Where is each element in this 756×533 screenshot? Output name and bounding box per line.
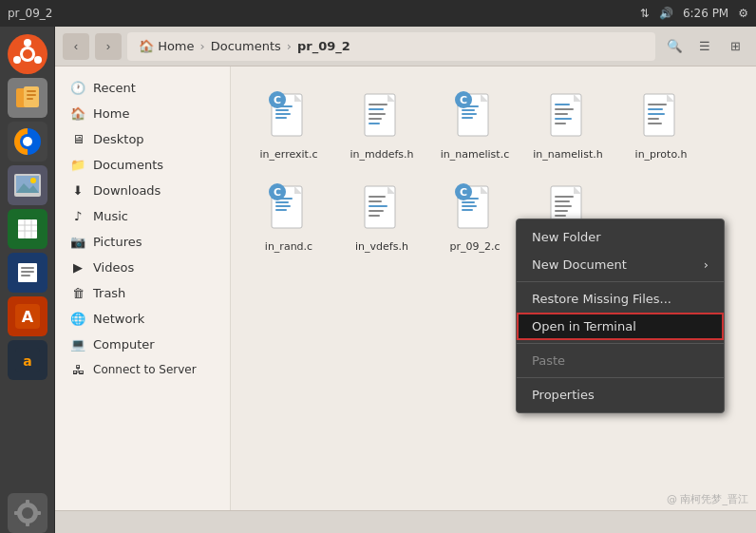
breadcrumb-documents[interactable]: Documents — [207, 39, 285, 53]
sidebar-item-network[interactable]: 🌐 Network — [59, 306, 226, 331]
svg-rect-53 — [369, 123, 380, 124]
file-item-pr-09-2-c[interactable]: C pr_09_2.c — [432, 174, 518, 258]
sidebar-label-music: Music — [93, 209, 128, 223]
svg-rect-27 — [21, 271, 34, 273]
file-item-in-mddefs-h[interactable]: in_mddefs.h — [339, 82, 425, 166]
svg-text:A: A — [21, 308, 33, 326]
dock-amazon-icon[interactable]: a — [8, 340, 47, 380]
dock-ubuntu-icon[interactable] — [8, 34, 47, 74]
svg-rect-19 — [18, 219, 37, 238]
svg-text:a: a — [23, 353, 31, 369]
svg-rect-89 — [369, 210, 384, 212]
svg-rect-44 — [275, 117, 287, 119]
context-menu-new-folder[interactable]: New Folder — [517, 223, 724, 251]
sidebar-item-pictures[interactable]: 📷 Pictures — [59, 229, 226, 254]
svg-point-5 — [13, 56, 21, 64]
sidebar-item-trash[interactable]: 🗑 Trash — [59, 280, 226, 305]
sidebar-label-downloads: Downloads — [93, 183, 161, 198]
context-menu-restore-missing[interactable]: Restore Missing Files... — [517, 285, 724, 313]
top-bar-left: pr_09_2 — [8, 7, 52, 20]
svg-rect-102 — [555, 200, 570, 202]
sidebar-item-home[interactable]: 🏠 Home — [59, 101, 226, 125]
sidebar-item-downloads[interactable]: ⬇ Downloads — [59, 178, 226, 202]
svg-rect-80 — [275, 205, 291, 207]
sidebar-label-connect: Connect to Server — [93, 363, 197, 376]
dock-software-icon[interactable]: A — [8, 296, 47, 336]
file-icon-c4: C — [452, 180, 498, 237]
volume-icon: 🔊 — [659, 7, 673, 20]
submenu-arrow-icon: › — [704, 257, 709, 272]
grid-view-button[interactable]: ⊞ — [722, 33, 748, 60]
svg-rect-7 — [24, 86, 39, 107]
file-item-in-namelist-c[interactable]: C in_namelist.c — [432, 82, 518, 166]
file-name: in_errexit.c — [260, 148, 318, 161]
file-name: in_vdefs.h — [355, 240, 408, 253]
dock-calc-icon[interactable] — [8, 209, 47, 249]
svg-rect-51 — [369, 113, 386, 115]
dock-files-icon[interactable] — [8, 78, 47, 118]
svg-rect-10 — [27, 98, 33, 100]
file-name: pr_09_2.c — [449, 240, 500, 253]
dock-firefox-icon[interactable] — [8, 122, 47, 162]
context-menu-separator — [517, 281, 724, 282]
svg-rect-38 — [35, 511, 41, 515]
file-item-in-rand-c[interactable]: C in_rand.c — [246, 174, 331, 258]
context-menu: New Folder New Document › Restore Missin… — [516, 219, 725, 413]
toolbar: ‹ › 🏠 Home › Documents › pr_09_2 🔍 ☰ ⊞ — [55, 27, 756, 67]
back-button[interactable]: ‹ — [63, 33, 89, 60]
svg-rect-8 — [27, 90, 36, 92]
dock-settings-icon[interactable] — [8, 493, 47, 533]
file-item-in-errexit-c[interactable]: C in_errexit.c — [246, 82, 331, 166]
svg-rect-75 — [648, 123, 662, 124]
svg-rect-52 — [369, 118, 382, 120]
sidebar-item-documents[interactable]: 📁 Documents — [59, 152, 226, 177]
sidebar-label-pictures: Pictures — [93, 235, 142, 249]
breadcrumb: 🏠 Home › Documents › pr_09_2 — [127, 32, 655, 61]
sidebar-label-trash: Trash — [93, 286, 125, 300]
context-menu-properties[interactable]: Properties — [517, 381, 724, 409]
context-menu-open-terminal[interactable]: Open in Terminal — [517, 313, 724, 340]
content-area: 🕐 Recent 🏠 Home 🖥 Desktop 📁 Documents ⬇ — [55, 67, 756, 510]
search-button[interactable]: 🔍 — [661, 33, 688, 60]
sidebar: 🕐 Recent 🏠 Home 🖥 Desktop 📁 Documents ⬇ — [55, 67, 231, 510]
settings-gear-icon[interactable]: ⚙ — [738, 7, 748, 20]
svg-rect-79 — [275, 201, 289, 203]
file-item-in-vdefs-h[interactable]: in_vdefs.h — [339, 174, 425, 258]
sidebar-item-computer[interactable]: 💻 Computer — [59, 332, 226, 356]
svg-point-34 — [22, 507, 33, 519]
dock-writer-icon[interactable] — [8, 253, 47, 293]
svg-text:C: C — [274, 94, 281, 106]
list-view-button[interactable]: ☰ — [691, 33, 718, 60]
file-icon-c2: C — [452, 87, 498, 144]
svg-point-3 — [24, 39, 31, 47]
desktop-icon: 🖥 — [70, 131, 85, 146]
sidebar-item-music[interactable]: ♪ Music — [59, 203, 226, 228]
svg-rect-43 — [275, 113, 291, 115]
file-icon-c: C — [266, 87, 312, 144]
file-item-in-proto-h[interactable]: in_proto.h — [618, 82, 704, 166]
sidebar-item-recent[interactable]: 🕐 Recent — [59, 75, 226, 100]
forward-button[interactable]: › — [95, 33, 122, 60]
breadcrumb-home[interactable]: 🏠 Home — [135, 39, 198, 53]
server-icon: 🖧 — [70, 362, 85, 377]
breadcrumb-current[interactable]: pr_09_2 — [293, 39, 354, 53]
dock: A a — [0, 27, 55, 533]
network-icon: ⇅ — [640, 7, 650, 20]
sidebar-item-connect-to-server[interactable]: 🖧 Connect to Server — [59, 357, 226, 382]
file-item-in-namelist-h[interactable]: in_namelist.h — [525, 82, 611, 166]
svg-rect-59 — [462, 117, 473, 119]
context-menu-new-document[interactable]: New Document › — [517, 251, 724, 278]
file-name: in_rand.c — [265, 240, 312, 253]
dock-image-icon[interactable] — [8, 165, 47, 205]
svg-point-2 — [23, 49, 32, 59]
svg-rect-35 — [26, 500, 29, 505]
svg-rect-50 — [369, 108, 384, 110]
network-sidebar-icon: 🌐 — [70, 311, 85, 326]
sidebar-item-desktop[interactable]: 🖥 Desktop — [59, 126, 226, 151]
sidebar-item-videos[interactable]: ▶ Videos — [59, 255, 226, 279]
svg-point-13 — [23, 137, 32, 146]
sidebar-label-recent: Recent — [93, 81, 136, 95]
svg-point-17 — [30, 178, 36, 183]
sidebar-label-network: Network — [93, 312, 144, 326]
file-name: in_namelist.c — [441, 148, 509, 161]
